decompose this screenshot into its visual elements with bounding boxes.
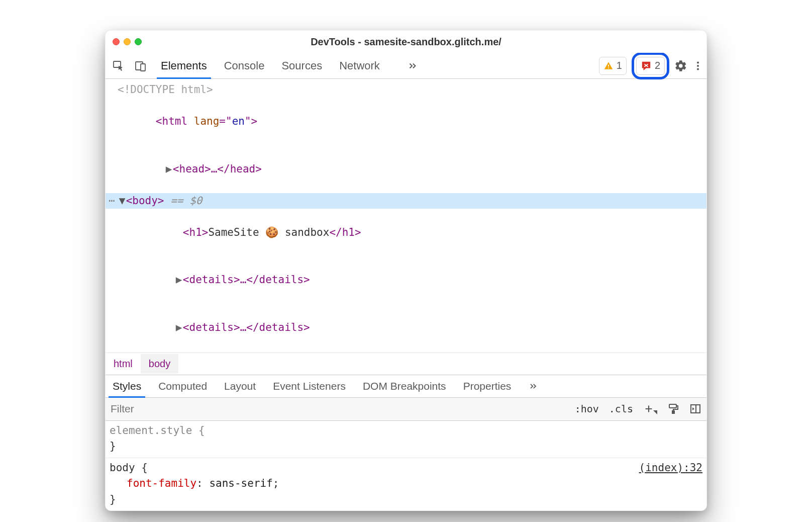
subtab-event-listeners[interactable]: Event Listeners bbox=[273, 375, 346, 397]
kebab-menu-icon[interactable] bbox=[692, 59, 703, 72]
tab-network[interactable]: Network bbox=[339, 53, 380, 78]
dom-html-open[interactable]: <html lang="en"> bbox=[111, 98, 701, 146]
subtab-layout[interactable]: Layout bbox=[224, 375, 256, 397]
warnings-count: 1 bbox=[617, 60, 622, 71]
svg-rect-3 bbox=[608, 64, 609, 66]
inspect-element-icon[interactable] bbox=[113, 60, 125, 72]
settings-icon[interactable] bbox=[674, 59, 687, 72]
breadcrumb-body[interactable]: body bbox=[141, 354, 178, 374]
dom-details-1[interactable]: ▶<details>…</details> bbox=[111, 256, 701, 304]
tab-elements[interactable]: Elements bbox=[161, 53, 207, 78]
subtab-dom-breakpoints[interactable]: DOM Breakpoints bbox=[363, 375, 446, 397]
issues-highlight: 2 bbox=[632, 52, 669, 79]
devtools-window: DevTools - samesite-sandbox.glitch.me/ E… bbox=[105, 30, 707, 511]
issues-indicator[interactable]: 2 bbox=[636, 57, 665, 75]
style-rule-element[interactable]: element.style { } bbox=[106, 421, 706, 458]
svg-point-6 bbox=[697, 64, 699, 66]
dom-head-collapsed[interactable]: ▶<head>…</head> bbox=[111, 145, 701, 193]
issues-count: 2 bbox=[655, 60, 660, 71]
window-controls bbox=[113, 38, 142, 45]
maximize-window-button[interactable] bbox=[135, 38, 142, 45]
new-style-rule-icon[interactable] bbox=[638, 403, 662, 414]
toggle-sidebar-icon[interactable] bbox=[684, 403, 706, 415]
dom-doctype[interactable]: <!DOCTYPE html> bbox=[111, 82, 701, 98]
more-subtabs-icon[interactable] bbox=[528, 381, 538, 391]
dom-body-open[interactable]: ⋯▼<body> == $0 bbox=[106, 193, 706, 209]
svg-rect-4 bbox=[608, 67, 609, 68]
more-tabs-icon[interactable] bbox=[407, 53, 418, 78]
style-rule-body[interactable]: (index):32 body { font-family: sans-seri… bbox=[106, 458, 706, 511]
device-toggle-icon[interactable] bbox=[135, 60, 147, 72]
close-window-button[interactable] bbox=[113, 38, 120, 45]
warnings-indicator[interactable]: 1 bbox=[599, 57, 627, 75]
subtab-computed[interactable]: Computed bbox=[158, 375, 207, 397]
collapse-arrow-icon[interactable]: ▼ bbox=[119, 193, 126, 209]
subtab-properties[interactable]: Properties bbox=[463, 375, 512, 397]
dom-h1[interactable]: <h1>SameSite 🍪 sandbox</h1> bbox=[111, 209, 701, 256]
svg-rect-2 bbox=[141, 64, 145, 71]
svg-rect-9 bbox=[672, 411, 674, 413]
styles-filter-input[interactable] bbox=[106, 403, 570, 415]
styles-filterbar: :hov .cls bbox=[106, 398, 706, 421]
rule-source-link[interactable]: (index):32 bbox=[639, 460, 702, 476]
expand-arrow-icon[interactable]: ▶ bbox=[166, 161, 173, 178]
dom-details-2[interactable]: ▶<details>…</details> bbox=[111, 304, 701, 352]
titlebar: DevTools - samesite-sandbox.glitch.me/ bbox=[106, 31, 706, 53]
svg-point-7 bbox=[697, 68, 699, 70]
tab-console[interactable]: Console bbox=[224, 53, 265, 78]
window-title: DevTools - samesite-sandbox.glitch.me/ bbox=[106, 36, 706, 48]
dom-tree[interactable]: <!DOCTYPE html> <html lang="en"> ▶<head>… bbox=[106, 79, 706, 353]
expand-arrow-icon[interactable]: ▶ bbox=[176, 272, 183, 288]
tab-sources[interactable]: Sources bbox=[281, 53, 322, 78]
subtab-styles[interactable]: Styles bbox=[113, 375, 141, 397]
breadcrumb: html body bbox=[106, 353, 706, 375]
hov-toggle[interactable]: :hov bbox=[570, 403, 604, 415]
paint-icon[interactable] bbox=[662, 403, 684, 415]
svg-point-5 bbox=[697, 61, 699, 63]
cls-toggle[interactable]: .cls bbox=[604, 403, 638, 415]
main-toolbar: Elements Console Sources Network 1 2 bbox=[106, 53, 706, 79]
styles-tabbar: Styles Computed Layout Event Listeners D… bbox=[106, 375, 706, 398]
styles-pane: element.style { } (index):32 body { font… bbox=[106, 421, 706, 511]
minimize-window-button[interactable] bbox=[124, 38, 131, 45]
breadcrumb-html[interactable]: html bbox=[106, 354, 141, 374]
expand-arrow-icon[interactable]: ▶ bbox=[176, 320, 183, 336]
svg-rect-8 bbox=[669, 404, 676, 408]
